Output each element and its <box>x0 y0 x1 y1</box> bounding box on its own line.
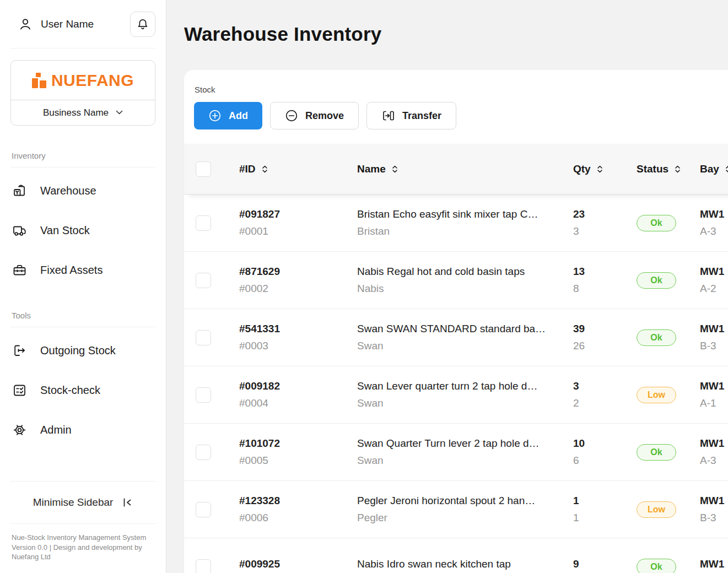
notifications-button[interactable] <box>130 12 155 37</box>
item-bay-sub: B-3 <box>700 340 728 352</box>
item-bay: MW1 <box>700 495 728 507</box>
row-checkbox[interactable] <box>196 387 211 403</box>
item-bay-sub: A-3 <box>700 455 728 467</box>
item-brand: Swan <box>357 455 568 467</box>
item-bay: MW1 <box>700 208 728 220</box>
main-content: Warehouse Inventory Stock Add <box>166 0 728 573</box>
sidebar-item-warehouse[interactable]: Warehouse <box>0 175 166 206</box>
qty-cell: 23 3 <box>573 208 637 237</box>
remove-button-label: Remove <box>305 110 344 122</box>
status-badge: Ok <box>637 559 676 573</box>
sort-icon <box>391 165 398 174</box>
item-qty-sub: 26 <box>573 340 637 352</box>
chevron-down-icon <box>116 110 123 115</box>
item-qty: 9 <box>573 558 637 570</box>
toolbox-icon <box>12 263 27 278</box>
bay-cell: MW1 B-3 <box>700 323 728 352</box>
bay-cell: MW1 <box>700 558 728 573</box>
table-row[interactable]: #091827 #0001 Bristan Echo easyfit sink … <box>184 194 728 252</box>
row-checkbox[interactable] <box>196 215 211 231</box>
item-bay: MW1 <box>700 266 728 278</box>
row-checkbox[interactable] <box>196 273 211 288</box>
tools-nav: Outgoing Stock Stock-check <box>0 335 166 445</box>
stock-group-label: Stock <box>184 70 728 94</box>
item-sub-id: #0001 <box>239 225 357 237</box>
item-bay: MW1 <box>700 558 728 570</box>
status-cell: Low <box>637 387 700 403</box>
table-row[interactable]: #009182 #0004 Swan Lever quarter turn 2 … <box>184 366 728 424</box>
column-label: Status <box>637 163 668 175</box>
row-checkbox[interactable] <box>196 445 211 460</box>
sidebar-item-label: Warehouse <box>40 185 96 197</box>
sidebar-item-outgoing-stock[interactable]: Outgoing Stock <box>0 335 166 366</box>
business-name-dropdown[interactable]: Business Name <box>11 100 155 125</box>
row-checkbox[interactable] <box>196 559 211 573</box>
item-id: #541331 <box>239 323 357 335</box>
business-name-label: Business Name <box>43 107 109 118</box>
sidebar-item-van-stock[interactable]: Van Stock <box>0 215 166 246</box>
id-cell: #009925 <box>239 558 357 573</box>
item-bay-sub: A-1 <box>700 397 728 409</box>
inventory-nav: Warehouse Van Stock <box>0 175 166 285</box>
transfer-button[interactable]: Transfer <box>366 102 456 129</box>
qty-cell: 1 1 <box>573 495 637 524</box>
sidebar-footer-text: Nue-Stock Inventory Management System Ve… <box>12 533 148 562</box>
table-row[interactable]: #009925 Nabis Idro swan neck kitchen tap… <box>184 538 728 573</box>
id-cell: #101072 #0005 <box>239 437 357 467</box>
bay-cell: MW1 A-3 <box>700 437 728 467</box>
item-brand: Swan <box>357 340 568 352</box>
item-name: Swan Lever quarter turn 2 tap hole d… <box>357 380 568 392</box>
qty-cell: 13 8 <box>573 266 637 295</box>
sidebar-item-label: Fixed Assets <box>40 264 103 277</box>
item-name: Swan Quarter Turn lever 2 tap hole d… <box>357 437 568 450</box>
column-header-status[interactable]: Status <box>637 163 700 175</box>
name-cell: Nabis Regal hot and cold basin taps Nabi… <box>357 266 573 295</box>
inventory-card: Stock Add Remove <box>184 70 728 573</box>
table-row[interactable]: #101072 #0005 Swan Quarter Turn lever 2 … <box>184 424 728 481</box>
bell-icon <box>137 18 149 30</box>
name-cell: Bristan Echo easyfit sink mixer tap C… B… <box>357 208 573 237</box>
sort-icon <box>725 165 728 174</box>
row-checkbox[interactable] <box>196 502 211 517</box>
item-sub-id: #0006 <box>239 512 357 524</box>
minimise-sidebar-button[interactable]: Minimise Sidebar <box>0 482 166 523</box>
remove-button[interactable]: Remove <box>270 102 359 129</box>
item-qty-sub: 8 <box>573 283 637 295</box>
status-cell: Ok <box>637 329 700 346</box>
name-cell: Swan SWAN STANDARD standard ba… Swan <box>357 323 573 352</box>
status-badge: Low <box>637 387 676 403</box>
item-qty: 1 <box>573 495 637 507</box>
sidebar-item-admin[interactable]: Admin <box>0 414 166 445</box>
table-row[interactable]: #871629 #0002 Nabis Regal hot and cold b… <box>184 252 728 309</box>
section-label-inventory: Inventory <box>12 151 155 160</box>
sidebar-item-label: Van Stock <box>40 224 90 237</box>
item-bay: MW1 <box>700 380 728 392</box>
item-qty: 10 <box>573 437 637 450</box>
item-qty: 13 <box>573 266 637 278</box>
column-header-name[interactable]: Name <box>357 163 573 175</box>
item-id: #009182 <box>239 380 357 392</box>
table-row[interactable]: #541331 #0003 Swan SWAN STANDARD standar… <box>184 309 728 366</box>
brand-logo-icon <box>32 73 47 88</box>
transfer-button-label: Transfer <box>402 110 441 122</box>
transfer-icon <box>381 110 395 122</box>
plus-circle-icon <box>208 109 222 122</box>
add-button[interactable]: Add <box>194 102 262 129</box>
item-sub-id: #0002 <box>239 283 357 295</box>
row-checkbox[interactable] <box>196 330 211 345</box>
column-header-qty[interactable]: Qty <box>573 163 637 175</box>
sidebar-item-stock-check[interactable]: Stock-check <box>0 375 166 406</box>
sidebar-item-fixed-assets[interactable]: Fixed Assets <box>0 255 166 285</box>
column-header-id[interactable]: #ID <box>239 163 357 175</box>
item-id: #009925 <box>239 558 357 570</box>
bay-cell: MW1 B-3 <box>700 495 728 524</box>
select-all-checkbox[interactable] <box>196 161 211 177</box>
brand-logo: NUEFANG <box>11 61 155 100</box>
item-name: Nabis Regal hot and cold basin taps <box>357 266 568 278</box>
column-header-bay[interactable]: Bay <box>700 163 728 175</box>
item-bay-sub: B-3 <box>700 512 728 524</box>
qty-cell: 10 6 <box>573 437 637 467</box>
table-row[interactable]: #123328 #0006 Pegler Jeroni horizontal s… <box>184 481 728 538</box>
divider <box>10 48 155 48</box>
status-cell: Ok <box>637 559 700 573</box>
